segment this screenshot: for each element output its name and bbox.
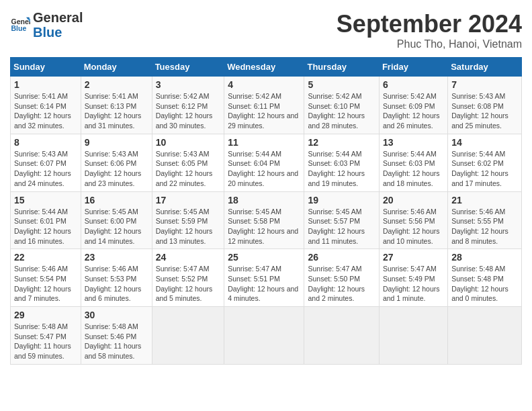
calendar-cell: 18Sunrise: 5:45 AMSunset: 5:58 PMDayligh…	[224, 191, 304, 249]
week-row-1: 1Sunrise: 5:41 AMSunset: 6:14 PMDaylight…	[11, 77, 522, 134]
calendar-cell: 5Sunrise: 5:42 AMSunset: 6:10 PMDaylight…	[304, 77, 379, 134]
day-number: 17	[156, 195, 221, 205]
calendar-cell: 16Sunrise: 5:45 AMSunset: 6:00 PMDayligh…	[81, 191, 152, 249]
day-info: Sunrise: 5:41 AMSunset: 6:13 PMDaylight:…	[85, 91, 148, 131]
month-title: September 2024	[337, 10, 522, 38]
logo-general: General	[33, 10, 83, 25]
day-number: 24	[156, 252, 221, 263]
day-number: 11	[228, 137, 300, 148]
day-info: Sunrise: 5:46 AMSunset: 5:55 PMDaylight:…	[451, 207, 518, 246]
calendar-cell: 9Sunrise: 5:43 AMSunset: 6:06 PMDaylight…	[81, 134, 152, 191]
calendar-cell: 22Sunrise: 5:46 AMSunset: 5:54 PMDayligh…	[11, 249, 81, 307]
calendar-cell: 30Sunrise: 5:48 AMSunset: 5:46 PMDayligh…	[81, 307, 152, 365]
day-number: 8	[14, 137, 77, 148]
week-row-5: 29Sunrise: 5:48 AMSunset: 5:47 PMDayligh…	[11, 307, 522, 365]
calendar-cell: 1Sunrise: 5:41 AMSunset: 6:14 PMDaylight…	[11, 77, 81, 134]
day-number: 22	[14, 252, 77, 263]
header-saturday: Saturday	[448, 58, 522, 77]
day-number: 23	[85, 252, 148, 263]
logo-text: General Blue	[33, 10, 83, 40]
day-info: Sunrise: 5:41 AMSunset: 6:14 PMDaylight:…	[14, 91, 77, 131]
logo-blue: Blue	[33, 25, 83, 40]
day-number: 21	[451, 195, 518, 205]
calendar-cell: 23Sunrise: 5:46 AMSunset: 5:53 PMDayligh…	[81, 249, 152, 307]
logo: General Blue General Blue	[10, 10, 83, 40]
day-number: 14	[451, 137, 518, 148]
day-number: 7	[451, 79, 518, 90]
header-tuesday: Tuesday	[152, 58, 224, 77]
day-info: Sunrise: 5:46 AMSunset: 5:54 PMDaylight:…	[14, 264, 77, 304]
calendar-cell: 28Sunrise: 5:48 AMSunset: 5:48 PMDayligh…	[448, 249, 522, 307]
day-number: 20	[383, 195, 444, 205]
day-info: Sunrise: 5:43 AMSunset: 6:06 PMDaylight:…	[85, 149, 148, 189]
day-info: Sunrise: 5:47 AMSunset: 5:50 PMDaylight:…	[308, 264, 375, 304]
calendar-cell: 21Sunrise: 5:46 AMSunset: 5:55 PMDayligh…	[448, 191, 522, 249]
day-info: Sunrise: 5:43 AMSunset: 6:07 PMDaylight:…	[14, 149, 77, 189]
day-info: Sunrise: 5:44 AMSunset: 6:02 PMDaylight:…	[451, 149, 518, 189]
week-row-3: 15Sunrise: 5:44 AMSunset: 6:01 PMDayligh…	[11, 191, 522, 249]
calendar-cell: 25Sunrise: 5:47 AMSunset: 5:51 PMDayligh…	[224, 249, 304, 307]
day-info: Sunrise: 5:45 AMSunset: 5:58 PMDaylight:…	[228, 207, 300, 246]
day-info: Sunrise: 5:47 AMSunset: 5:51 PMDaylight:…	[228, 264, 300, 304]
calendar-cell: 8Sunrise: 5:43 AMSunset: 6:07 PMDaylight…	[11, 134, 81, 191]
week-row-2: 8Sunrise: 5:43 AMSunset: 6:07 PMDaylight…	[11, 134, 522, 191]
day-number: 4	[228, 79, 300, 90]
calendar-cell: 2Sunrise: 5:41 AMSunset: 6:13 PMDaylight…	[81, 77, 152, 134]
day-info: Sunrise: 5:42 AMSunset: 6:09 PMDaylight:…	[383, 91, 444, 131]
day-info: Sunrise: 5:48 AMSunset: 5:46 PMDaylight:…	[85, 322, 148, 361]
day-info: Sunrise: 5:44 AMSunset: 6:04 PMDaylight:…	[228, 149, 300, 189]
day-info: Sunrise: 5:48 AMSunset: 5:47 PMDaylight:…	[14, 322, 77, 361]
calendar-cell: 26Sunrise: 5:47 AMSunset: 5:50 PMDayligh…	[304, 249, 379, 307]
calendar-cell	[379, 307, 447, 365]
calendar-cell: 3Sunrise: 5:42 AMSunset: 6:12 PMDaylight…	[152, 77, 224, 134]
day-number: 13	[383, 137, 444, 148]
calendar-cell: 11Sunrise: 5:44 AMSunset: 6:04 PMDayligh…	[224, 134, 304, 191]
day-number: 3	[156, 79, 221, 90]
day-number: 6	[383, 79, 444, 90]
day-info: Sunrise: 5:44 AMSunset: 6:01 PMDaylight:…	[14, 207, 77, 246]
day-info: Sunrise: 5:45 AMSunset: 6:00 PMDaylight:…	[85, 207, 148, 246]
day-number: 5	[308, 79, 375, 90]
day-info: Sunrise: 5:47 AMSunset: 5:52 PMDaylight:…	[156, 264, 221, 304]
header-sunday: Sunday	[11, 58, 81, 77]
calendar-cell: 14Sunrise: 5:44 AMSunset: 6:02 PMDayligh…	[448, 134, 522, 191]
location: Phuc Tho, Hanoi, Vietnam	[337, 38, 522, 50]
day-number: 1	[14, 79, 77, 90]
day-number: 26	[308, 252, 375, 263]
day-number: 19	[308, 195, 375, 205]
calendar-cell: 27Sunrise: 5:47 AMSunset: 5:49 PMDayligh…	[379, 249, 447, 307]
day-info: Sunrise: 5:47 AMSunset: 5:49 PMDaylight:…	[383, 264, 444, 304]
day-number: 16	[85, 195, 148, 205]
calendar-cell	[152, 307, 224, 365]
day-number: 18	[228, 195, 300, 205]
day-number: 28	[451, 252, 518, 263]
logo-icon: General Blue	[10, 15, 30, 35]
calendar-cell	[448, 307, 522, 365]
day-info: Sunrise: 5:42 AMSunset: 6:11 PMDaylight:…	[228, 91, 300, 131]
calendar-cell: 17Sunrise: 5:45 AMSunset: 5:59 PMDayligh…	[152, 191, 224, 249]
title-block: September 2024 Phuc Tho, Hanoi, Vietnam	[337, 10, 522, 50]
calendar-cell: 24Sunrise: 5:47 AMSunset: 5:52 PMDayligh…	[152, 249, 224, 307]
calendar-cell: 6Sunrise: 5:42 AMSunset: 6:09 PMDaylight…	[379, 77, 447, 134]
day-number: 29	[14, 310, 77, 320]
page-header: General Blue General Blue September 2024…	[10, 10, 522, 50]
day-info: Sunrise: 5:43 AMSunset: 6:05 PMDaylight:…	[156, 149, 221, 189]
day-info: Sunrise: 5:42 AMSunset: 6:10 PMDaylight:…	[308, 91, 375, 131]
day-info: Sunrise: 5:44 AMSunset: 6:03 PMDaylight:…	[383, 149, 444, 189]
day-number: 12	[308, 137, 375, 148]
header-monday: Monday	[81, 58, 152, 77]
calendar-header-row: SundayMondayTuesdayWednesdayThursdayFrid…	[11, 58, 522, 77]
calendar-cell	[224, 307, 304, 365]
day-info: Sunrise: 5:45 AMSunset: 5:57 PMDaylight:…	[308, 207, 375, 246]
day-number: 9	[85, 137, 148, 148]
day-number: 2	[85, 79, 148, 90]
calendar-cell	[304, 307, 379, 365]
calendar-table: SundayMondayTuesdayWednesdayThursdayFrid…	[10, 57, 522, 365]
day-number: 25	[228, 252, 300, 263]
header-friday: Friday	[379, 58, 447, 77]
calendar-cell: 15Sunrise: 5:44 AMSunset: 6:01 PMDayligh…	[11, 191, 81, 249]
header-wednesday: Wednesday	[224, 58, 304, 77]
day-info: Sunrise: 5:46 AMSunset: 5:53 PMDaylight:…	[85, 264, 148, 304]
day-info: Sunrise: 5:45 AMSunset: 5:59 PMDaylight:…	[156, 207, 221, 246]
day-info: Sunrise: 5:46 AMSunset: 5:56 PMDaylight:…	[383, 207, 444, 246]
